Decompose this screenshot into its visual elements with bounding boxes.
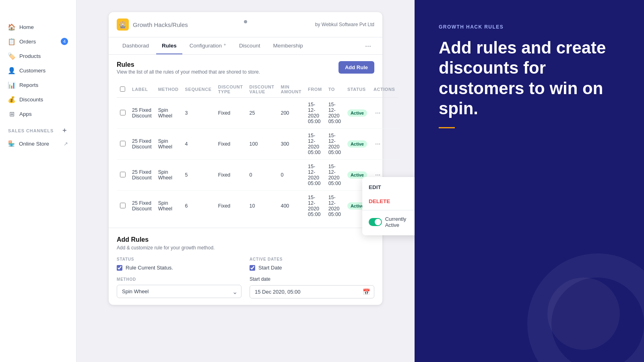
row-method: Spin Wheel bbox=[155, 191, 182, 222]
sidebar: 🏠 Home 📋 Orders 4 🏷️ Products 👤 Customer… bbox=[0, 0, 76, 362]
currently-active-toggle[interactable] bbox=[369, 218, 382, 226]
th-sequence: SEQUENCE bbox=[182, 81, 215, 98]
row-from: 15-12-2020 05:00 bbox=[305, 191, 325, 222]
sidebar-item-home[interactable]: 🏠 Home bbox=[4, 20, 72, 34]
row-checkbox-1[interactable] bbox=[120, 141, 126, 146]
row-discount-value: 10 bbox=[246, 191, 278, 222]
row-actions[interactable]: ··· bbox=[370, 129, 398, 160]
tab-membership[interactable]: Membership bbox=[267, 38, 308, 54]
method-group: METHOD Spin Wheel bbox=[117, 277, 242, 298]
th-checkbox bbox=[117, 81, 129, 98]
form-left-col: STATUS Rule Current Status. METHOD Spin … bbox=[117, 257, 242, 298]
sidebar-item-discounts[interactable]: 💰 Discounts bbox=[4, 93, 72, 106]
row-to: 15-12-2020 05:00 bbox=[325, 160, 344, 191]
dropdown-edit[interactable]: EDIT bbox=[362, 180, 415, 194]
rules-subtitle: View the list of all the rules of your m… bbox=[117, 69, 260, 75]
row-method: Spin Wheel bbox=[155, 129, 182, 160]
th-to: TO bbox=[325, 81, 344, 98]
add-rule-button[interactable]: Add Rule bbox=[339, 61, 374, 74]
row-checkbox-2[interactable] bbox=[120, 172, 126, 177]
sidebar-item-reports[interactable]: 📊 Reports bbox=[4, 78, 72, 92]
tab-rules[interactable]: Rules bbox=[156, 38, 182, 54]
orders-icon: 📋 bbox=[8, 38, 15, 45]
th-status: STATUS bbox=[344, 81, 370, 98]
status-checkbox-row: Rule Current Status. bbox=[117, 265, 242, 271]
row-discount-value: 0 bbox=[246, 160, 278, 191]
action-dots-btn[interactable]: ··· bbox=[374, 109, 382, 117]
status-checkbox[interactable] bbox=[117, 265, 122, 271]
app-tabs: Dashborad Rules Configuration ⁺ Discount… bbox=[109, 37, 382, 55]
home-icon: 🏠 bbox=[8, 23, 15, 31]
add-rules-subtitle: Add & customize rule for your growth met… bbox=[117, 245, 374, 251]
rules-header: Rules View the list of all the rules of … bbox=[117, 61, 374, 75]
status-label: STATUS bbox=[117, 257, 242, 261]
method-select-wrap: Spin Wheel bbox=[117, 285, 242, 298]
tab-configuration[interactable]: Configuration ⁺ bbox=[184, 37, 232, 54]
calendar-icon: 📅 bbox=[363, 288, 370, 296]
circle-decoration2 bbox=[547, 278, 620, 350]
sidebar-item-label: Home bbox=[19, 24, 34, 30]
row-min-amount: 300 bbox=[277, 129, 305, 160]
sidebar-item-label: Products bbox=[19, 53, 41, 59]
app-card: 🎡 Growth Hacks/Rules by Webkul Software … bbox=[109, 12, 382, 305]
currently-active-label: Currently Active bbox=[385, 216, 415, 228]
row-from: 15-12-2020 05:00 bbox=[305, 98, 325, 129]
sidebar-item-customers[interactable]: 👤 Customers bbox=[4, 64, 72, 77]
sidebar-item-products[interactable]: 🏷️ Products bbox=[4, 49, 72, 63]
sidebar-nav: 🏠 Home 📋 Orders 4 🏷️ Products 👤 Customer… bbox=[0, 20, 76, 354]
sidebar-item-orders[interactable]: 📋 Orders 4 bbox=[4, 35, 72, 48]
status-checkbox-label: Rule Current Status. bbox=[126, 265, 173, 271]
row-checkbox-cell bbox=[117, 191, 129, 222]
status-badge: Active bbox=[347, 109, 367, 117]
add-rules-section: Add Rules Add & customize rule for your … bbox=[109, 228, 382, 305]
select-all-checkbox[interactable] bbox=[120, 86, 125, 92]
row-checkbox-0[interactable] bbox=[120, 110, 126, 115]
start-date-checkbox[interactable] bbox=[250, 265, 255, 271]
row-actions[interactable]: ··· bbox=[370, 98, 398, 129]
rules-section: Rules View the list of all the rules of … bbox=[109, 55, 382, 228]
row-from: 15-12-2020 05:00 bbox=[305, 160, 325, 191]
th-min-amount: MIN AMOUNT bbox=[277, 81, 305, 98]
tab-dashborad[interactable]: Dashborad bbox=[117, 38, 155, 54]
sidebar-item-label: Orders bbox=[19, 39, 36, 45]
row-status: Active bbox=[344, 98, 370, 129]
section-label-text: SALES CHANNELS bbox=[8, 128, 54, 133]
dropdown-divider bbox=[362, 210, 415, 210]
dropdown-currently-active[interactable]: Currently Active bbox=[362, 212, 415, 232]
app-title-wrap: Growth Hacks/Rules bbox=[133, 21, 188, 28]
app-header: 🎡 Growth Hacks/Rules by Webkul Software … bbox=[109, 12, 382, 37]
row-min-amount: 0 bbox=[277, 160, 305, 191]
right-panel-title: Add rules and create discounts for custo… bbox=[439, 38, 620, 119]
row-method: Spin Wheel bbox=[155, 98, 182, 129]
sidebar-item-label: Customers bbox=[19, 68, 45, 74]
online-store-icon: 🏪 bbox=[8, 140, 15, 147]
tab-more-button[interactable]: ··· bbox=[362, 39, 374, 53]
row-to: 15-12-2020 05:00 bbox=[325, 98, 344, 129]
rules-title: Rules bbox=[117, 61, 260, 68]
row-from: 15-12-2020 05:00 bbox=[305, 129, 325, 160]
app-header-left: 🎡 Growth Hacks/Rules bbox=[117, 19, 188, 31]
row-checkbox-3[interactable] bbox=[120, 203, 126, 208]
row-label: 25 Fixed Discount bbox=[129, 98, 155, 129]
app-logo-icon: 🎡 bbox=[119, 21, 127, 29]
start-date-input[interactable] bbox=[250, 285, 374, 298]
sidebar-item-apps[interactable]: ⊞ Apps bbox=[4, 107, 72, 121]
row-label: 25 Fixed Discount bbox=[129, 160, 155, 191]
method-select[interactable]: Spin Wheel bbox=[117, 285, 242, 298]
row-method: Spin Wheel bbox=[155, 160, 182, 191]
action-dots-btn[interactable]: ··· bbox=[374, 140, 382, 148]
tab-discount[interactable]: Discount bbox=[233, 38, 266, 54]
row-min-amount: 200 bbox=[277, 98, 305, 129]
add-rules-form: STATUS Rule Current Status. METHOD Spin … bbox=[117, 257, 374, 298]
sidebar-item-online-store[interactable]: 🏪 Online Store ↗ bbox=[4, 137, 72, 150]
row-discount-type: Fixed bbox=[215, 191, 246, 222]
orders-badge: 4 bbox=[61, 38, 68, 45]
app-title-sub: /Rules bbox=[171, 21, 188, 28]
add-sales-channel-icon[interactable]: ＋ bbox=[61, 126, 68, 135]
sidebar-item-label: Discounts bbox=[19, 97, 43, 103]
start-date-checkbox-row: Start Date bbox=[250, 265, 374, 271]
dropdown-delete[interactable]: DELETE bbox=[362, 194, 415, 208]
apps-icon: ⊞ bbox=[8, 110, 15, 117]
online-store-label: Online Store bbox=[19, 141, 49, 147]
row-checkbox-cell bbox=[117, 160, 129, 191]
